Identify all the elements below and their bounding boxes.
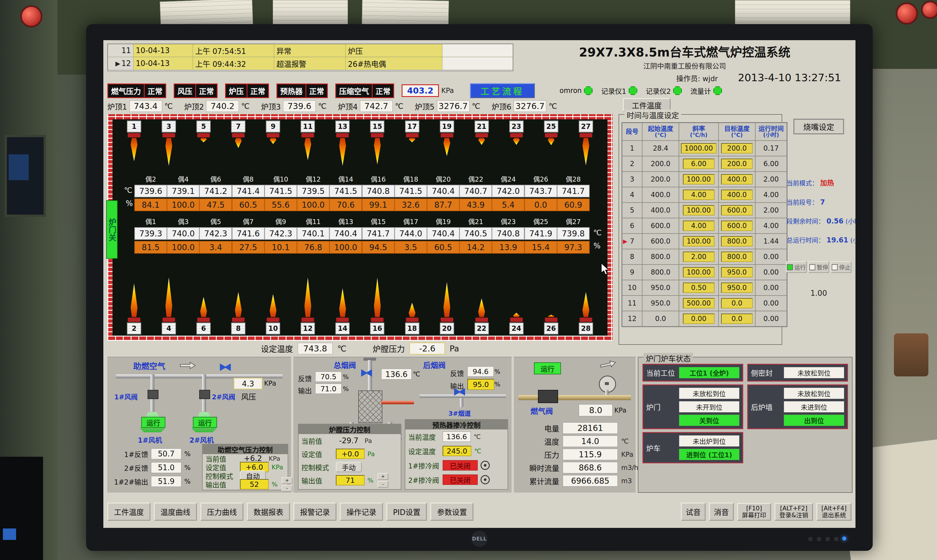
monitor-button[interactable] [817, 537, 821, 541]
segment-col-header: 运行时间(小时) [755, 123, 787, 141]
control-setpoint-field[interactable]: 52 [240, 479, 269, 489]
air-main-valve-icon[interactable] [220, 363, 231, 371]
toolbar-button[interactable]: 消音 [709, 503, 734, 521]
slope-value[interactable]: 0.00 [683, 314, 715, 324]
toolbar-button[interactable]: [ALT+F2] 登录&注销 [775, 503, 813, 521]
alarm-index: ▶12 [108, 57, 134, 70]
control-panel-title: 助燃空气压力控制 [203, 445, 288, 454]
top-burner: 3 [162, 120, 176, 166]
burner-setting-button[interactable]: 烧嘴设定 [794, 119, 844, 134]
toolbar-button[interactable]: PID设置 [387, 503, 427, 521]
target-temp-value[interactable]: 600.0 [721, 205, 753, 215]
target-temp-value[interactable]: 400.0 [721, 174, 753, 185]
monitor-button[interactable] [808, 537, 812, 541]
thermocouple-name: 偶27 [566, 216, 581, 226]
process-flow-button[interactable]: 工艺流程 [470, 83, 535, 98]
target-temp-value[interactable]: 800.0 [721, 252, 753, 262]
slope-value[interactable]: 4.00 [683, 190, 715, 200]
bottom-burner: 18 [405, 303, 419, 334]
alarm-row[interactable]: 1110-04-13上午 07:54:51异常炉压 [108, 44, 513, 57]
slope-value[interactable]: 100.00 [683, 205, 715, 215]
toolbar-button[interactable]: 试音 [681, 503, 706, 521]
toolbar-button[interactable]: [F10] 屏幕打印 [737, 503, 771, 521]
total-runtime-line: 总运行时间： 19.61 (小时) [787, 235, 851, 244]
door-status-panel: 炉门炉车状态 当前工位工位1 (全炉)炉门未放松到位未开到位关到位炉车未出炉到位… [638, 357, 852, 493]
bottom-burner: 6 [196, 297, 211, 334]
main-flue-valve-icon[interactable] [361, 369, 372, 377]
segment-number-cell: 12 [622, 311, 642, 326]
control-mode-button[interactable]: 手动 [336, 462, 362, 472]
control-row: 当前值+6.2KPa [203, 454, 288, 463]
pause-toggle[interactable]: 暂停 [808, 262, 829, 273]
pause-checkbox [809, 264, 815, 270]
slope-value[interactable]: 4.00 [683, 221, 715, 231]
monitor-button[interactable] [826, 537, 830, 541]
slope-value[interactable]: 100.00 [683, 236, 715, 246]
target-temp-value[interactable]: 0.0 [721, 298, 753, 308]
monitor-button[interactable] [834, 537, 838, 541]
toolbar-button[interactable]: 操作记录 [340, 503, 383, 521]
air-valve2-icon[interactable] [199, 390, 210, 399]
gas-pressure-unit: KPa [441, 87, 454, 95]
header-unit: (℃) [731, 132, 743, 138]
slope-value[interactable]: 500.00 [683, 298, 715, 308]
decrement-button[interactable]: - [378, 481, 388, 488]
header-unit: (小时) [763, 132, 779, 138]
stop-toggle[interactable]: 停止 [831, 262, 851, 273]
control-setpoint-field[interactable]: 245.0 [443, 446, 472, 456]
bottom-burner: 26 [544, 315, 558, 334]
slope-value[interactable]: 100.00 [683, 174, 715, 185]
emergency-button[interactable] [20, 5, 43, 28]
thermocouple-name: 偶21 [468, 216, 483, 226]
target-temp-value[interactable]: 400.0 [721, 190, 753, 200]
toolbar-button[interactable]: 参数设置 [430, 503, 473, 521]
slope-value[interactable]: 0.50 [683, 283, 715, 293]
target-temp-value[interactable]: 200.0 [721, 158, 753, 169]
air-feedback-label: 1#2#输出 [113, 477, 148, 486]
top-burner: 9 [266, 120, 280, 144]
burner-number: 5 [196, 120, 211, 132]
control-setpoint-field[interactable]: 71 [336, 475, 365, 485]
gas-valve-icon[interactable] [538, 390, 558, 403]
slope-value[interactable]: 1000.00 [681, 143, 716, 154]
thermocouple-output-pct: 60.5 [427, 241, 459, 254]
slope-cell: 4.00 [679, 218, 718, 234]
control-setpoint-field[interactable]: +0.0 [336, 449, 365, 459]
toolbar-button[interactable]: 数据报表 [247, 503, 290, 521]
air-valve1-icon[interactable] [148, 390, 159, 399]
segment-number: 10 [628, 284, 637, 292]
top-burner: 21 [475, 120, 489, 145]
thermocouple-readout: 偶28741.760.9 [558, 174, 589, 211]
decrement-button[interactable]: - [282, 485, 293, 492]
toolbar-button[interactable]: 报警记录 [293, 503, 336, 521]
start-temp-cell: 800.0 [642, 249, 679, 265]
increment-button[interactable]: + [378, 473, 388, 480]
slope-value[interactable]: 100.00 [683, 267, 715, 277]
power-led [842, 537, 846, 540]
furnace-top-temp: 炉顶63276.7℃ [492, 100, 557, 112]
flame-icon [443, 282, 451, 317]
thermocouple-name: 偶24 [501, 174, 516, 184]
target-temp-value[interactable]: 950.0 [721, 283, 753, 293]
rear-flue-output[interactable]: 95.0 [467, 379, 494, 390]
slope-cell: 6.00 [679, 156, 718, 172]
slope-value[interactable]: 2.00 [683, 252, 715, 262]
slope-value[interactable]: 6.00 [683, 158, 715, 169]
gas-readout-row: 累计流量6966.685m3 [516, 474, 638, 488]
target-temp-value[interactable]: 200.0 [721, 143, 753, 154]
toolbar-button[interactable]: [Alt+F4] 退出系统 [817, 503, 851, 521]
toolbar-button[interactable]: 压力曲线 [200, 503, 243, 521]
alarm-row[interactable]: ▶1210-04-13上午 09:44:32超温报警26#热电偶 [108, 57, 513, 70]
target-temp-value[interactable]: 600.0 [721, 221, 753, 231]
target-temp-value[interactable]: 0.0 [721, 314, 753, 324]
toolbar-button[interactable]: 温度曲线 [154, 503, 197, 521]
thermocouple-readout: 偶26743.70.0 [525, 174, 556, 211]
target-temp-value[interactable]: 950.0 [721, 267, 753, 277]
toolbar-button[interactable]: 工件温度 [107, 503, 150, 521]
run-toggle[interactable]: 运行 [786, 262, 807, 273]
gas-readout-row: 压力115.9KPa [516, 448, 638, 461]
top-temp-label: 炉顶5 [415, 101, 435, 112]
target-temp-value[interactable]: 800.0 [721, 236, 753, 246]
increment-button[interactable]: + [282, 477, 293, 484]
thermocouple-name: 偶10 [273, 174, 288, 184]
